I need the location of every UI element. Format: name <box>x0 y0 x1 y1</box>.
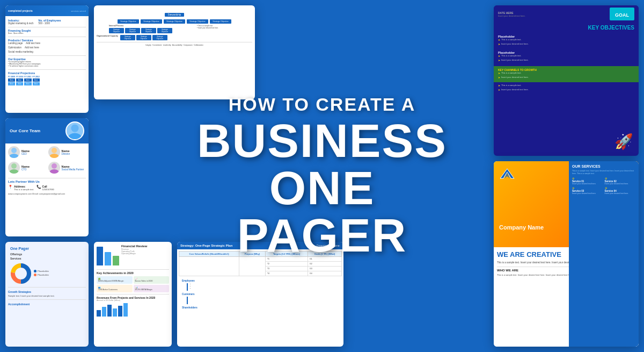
svg-point-1 <box>68 133 82 139</box>
member-1-role: CEO <box>21 153 30 155</box>
card-financial: Financial Review Revenue Operating Profi… <box>94 242 172 347</box>
achievement-2: 📈 $xxxxx Sales in 2020 <box>134 276 170 284</box>
financing-value: $xxx - $xxx million <box>8 32 86 34</box>
bl-divider <box>8 287 86 288</box>
rev-bar-2 <box>102 307 106 317</box>
bar-revenue <box>97 247 103 265</box>
bullet-text-1-1: This is a sample text. <box>501 38 522 41</box>
bullet-text-2-2: Insert your desired text here. <box>501 59 529 61</box>
values-bar: Integrity · Commitment · Leadership · Ac… <box>97 44 252 46</box>
svg-point-5 <box>49 154 59 158</box>
bullet-text-2-1: This is a sample text. <box>501 54 522 57</box>
divider4 <box>8 69 86 70</box>
goal-badge: GOAL <box>610 8 634 20</box>
employees-lines: • • • <box>187 283 342 291</box>
financial-header: Financial Review Revenue Operating Profi… <box>97 245 169 268</box>
service-item-4: ⚙ Service 04 Insert your desired text he… <box>605 187 636 195</box>
donut-chart-area: Placeholder Placeholder <box>8 262 86 285</box>
team-member-4: Name Social Media Partner <box>48 162 86 174</box>
svg-point-6 <box>11 163 17 169</box>
svg-point-4 <box>52 148 57 153</box>
divider2 <box>8 37 86 37</box>
offerings-label: Offerings <box>8 253 86 256</box>
avatar-3 <box>8 162 20 174</box>
internal-process-label: Internal Process <box>109 25 172 27</box>
year1-val: $xxx <box>8 78 15 82</box>
employees-section-label: Employees <box>179 278 342 283</box>
bullet-item-2-2: ➤ Insert your desired text here. <box>498 59 634 62</box>
legend-label-2: Placeholder <box>38 274 49 276</box>
rev-bar-3 <box>107 305 112 317</box>
website-text: www.companyname.com <box>8 192 32 195</box>
team-grid: Name CEO Name Director <box>8 146 86 175</box>
headline-line3: ONE PAGER <box>182 164 462 258</box>
arrow-icon-5: ➤ <box>498 71 500 75</box>
cell-2-3: T2 <box>265 262 308 267</box>
placeholder-section-1: Placeholder ➤ This is a sample text. ➤ I… <box>494 33 639 49</box>
member-2-info: Name Director <box>62 149 70 155</box>
legend: Placeholder Placeholder <box>34 270 49 277</box>
core-team-title: Our Core Team <box>10 128 61 133</box>
core-team-header-text-block: Our Core Team <box>10 128 61 133</box>
contact-info: 📍 Address: This is a sample text. 📞 Call… <box>8 185 86 191</box>
year-col1: FY 2009 $xxx $xxx <box>8 76 15 85</box>
services-overlay-title: OUR SERVICES <box>572 164 635 168</box>
achievement-3: 👥 1200 Active Customers <box>97 285 133 292</box>
financial-labels: Financial Review Revenue Operating Profi… <box>121 245 147 255</box>
member-3-info: Name CTO <box>21 165 30 171</box>
ach1-text: $450m Adjusted EBITA Margin <box>98 280 131 282</box>
legend-label-1: Placeholder <box>38 270 49 272</box>
address-value: This is a sample text. <box>14 188 34 191</box>
cap-obj-3: Strategic Objective <box>152 35 167 40</box>
org-divider <box>97 42 252 42</box>
product4: Add text here <box>25 46 39 49</box>
svg-point-2 <box>11 148 17 153</box>
channels-section: KEY CHANNELS TO GROWTH ➤ This is a sampl… <box>494 66 639 82</box>
services-label: Services <box>8 257 86 260</box>
year-col4: FY 2012 $xxx $xxx <box>33 76 40 85</box>
accomplishment-title: Accomplishment <box>8 301 86 307</box>
goal-label: GOAL <box>615 12 629 18</box>
member-1-info: Name CEO <box>21 149 30 155</box>
services-overlay: OUR SERVICES This is a sample text. Inse… <box>569 161 639 347</box>
key-objectives-header: KEY OBJECTIVES <box>494 23 639 33</box>
call-value: 1234567890 <box>42 188 54 191</box>
service-desc-4: Insert your desired text here. <box>605 192 636 195</box>
service-desc-1: Insert your desired text here. <box>572 183 603 185</box>
year3-val: $xxx <box>24 78 31 82</box>
year2-val2: $xxx <box>16 82 23 85</box>
extra-bullet-text-2: Insert your desired text here. <box>501 88 529 91</box>
stewardship-box: Stewardship <box>165 13 185 17</box>
logo-svg <box>499 168 515 181</box>
arrow-icon-2: ➤ <box>498 42 500 46</box>
svg-point-8 <box>52 163 57 169</box>
team-member-3: Name CTO <box>8 162 46 174</box>
headline-line2: BUSINESS <box>182 117 462 164</box>
cell-3-4: G3 <box>308 267 342 271</box>
year1-val2: $xxx <box>8 82 15 85</box>
year-col2: FY 2010 $xxx $xxx <box>16 76 23 85</box>
services-served-label: services served <box>71 10 86 12</box>
bullet-item-3-2: ➤ Insert your desired text here. <box>498 76 634 79</box>
growth-text: Sample text. Insert your desired text sa… <box>8 294 86 298</box>
strategic-obj-5: Strategic Objective <box>210 19 231 24</box>
bl-card-content: One Pager Offerings Services Placeholder <box>5 242 89 347</box>
financial-content: Financial Review Revenue Operating Profi… <box>94 242 172 347</box>
int-obj-4: Strategic Objective <box>157 28 172 33</box>
avatar-icon <box>67 123 83 139</box>
team-divider <box>8 178 86 178</box>
legend-dot-2 <box>34 274 36 276</box>
team-member-2: Name Director <box>48 146 86 158</box>
arrow-icon-8: ➤ <box>498 88 500 91</box>
address-block: 📍 Address: This is a sample text. <box>8 185 34 191</box>
card-business-plan: completed projects services served Indus… <box>5 5 89 113</box>
legend-item-2: Placeholder <box>34 274 49 276</box>
card-tl-header: completed projects services served <box>5 5 89 16</box>
year4-label: FY 2012 <box>33 76 40 78</box>
address-text: Address: This is a sample text. <box>14 185 34 191</box>
divider3 <box>8 55 86 56</box>
cap-obj-2: Strategic Objective <box>136 35 151 40</box>
bullet-text-3-2: Insert your desired text here. <box>501 76 529 78</box>
extra-bullet-1: ➤ This is a sample text. <box>498 84 634 87</box>
cell-2-4: G2 <box>308 262 342 267</box>
